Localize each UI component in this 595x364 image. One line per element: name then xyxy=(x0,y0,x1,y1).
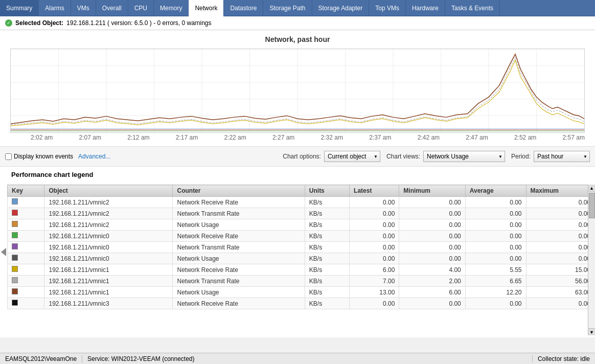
row-maximum: 56.00 xyxy=(526,276,594,287)
table-row: 192.168.1.211/vmnic1 Network Usage KB/s … xyxy=(8,287,595,298)
row-units: KB/s xyxy=(305,242,349,253)
row-counter: Network Receive Rate xyxy=(173,197,305,208)
col-units: Units xyxy=(305,185,349,197)
row-latest: 0.00 xyxy=(350,197,399,208)
display-events-checkbox[interactable]: Display known events xyxy=(5,153,73,160)
nav-tab-summary[interactable]: Summary xyxy=(0,0,39,16)
color-swatch xyxy=(12,277,18,283)
chart-options-dropdown[interactable]: Current object xyxy=(324,151,380,162)
row-minimum: 0.00 xyxy=(399,197,465,208)
row-latest: 0.00 xyxy=(350,242,399,253)
row-units: KB/s xyxy=(305,231,349,242)
row-average: 0.00 xyxy=(465,231,526,242)
status-icon: ✓ xyxy=(5,19,12,27)
row-minimum: 0.00 xyxy=(399,208,465,219)
chart-canvas xyxy=(10,49,585,133)
chart-section: Network, past hour 80 60 40 20 0 xyxy=(0,30,595,146)
row-key xyxy=(8,197,44,208)
col-maximum: Maximum xyxy=(526,185,594,197)
color-swatch xyxy=(12,288,18,294)
row-counter: Network Receive Rate xyxy=(173,298,305,309)
row-units: KB/s xyxy=(305,197,349,208)
nav-tab-top-vms[interactable]: Top VMs xyxy=(369,0,406,16)
row-latest: 13.00 xyxy=(350,287,399,298)
row-key xyxy=(8,231,44,242)
nav-tab-tasks-&-events[interactable]: Tasks & Events xyxy=(445,0,500,16)
scroll-down-button[interactable]: ▼ xyxy=(588,328,595,335)
row-object: 192.168.1.211/vmnic1 xyxy=(44,264,173,276)
nav-tab-alarms[interactable]: Alarms xyxy=(39,0,71,16)
row-object: 192.168.1.211/vmnic1 xyxy=(44,287,173,298)
nav-tab-datastore[interactable]: Datastore xyxy=(224,0,263,16)
row-counter: Network Transmit Rate xyxy=(173,276,305,287)
nav-tab-storage-adapter[interactable]: Storage Adapter xyxy=(312,0,370,16)
nav-tab-vms[interactable]: VMs xyxy=(71,0,96,16)
table-row: 192.168.1.211/vmnic3 Network Receive Rat… xyxy=(8,298,595,309)
controls-right: Chart options: Current object Chart view… xyxy=(283,151,590,162)
col-counter: Counter xyxy=(173,185,305,197)
row-counter: Network Receive Rate xyxy=(173,231,305,242)
scroll-thumb[interactable] xyxy=(589,193,595,218)
row-average: 0.00 xyxy=(465,242,526,253)
table-row: 192.168.1.211/vmnic1 Network Transmit Ra… xyxy=(8,276,595,287)
row-maximum: 0.00 xyxy=(526,242,594,253)
chart-options-group: Chart options: Current object xyxy=(283,151,380,162)
row-counter: Network Receive Rate xyxy=(173,264,305,276)
row-maximum: 0.00 xyxy=(526,231,594,242)
chart-views-dropdown[interactable]: Network Usage xyxy=(423,151,505,162)
nav-tab-hardware[interactable]: Hardware xyxy=(406,0,445,16)
row-average: 0.00 xyxy=(465,253,526,264)
row-latest: 0.00 xyxy=(350,219,399,231)
legend-table: Key Object Counter Units Latest Minimum … xyxy=(7,185,595,309)
row-latest: 0.00 xyxy=(350,298,399,309)
advanced-link[interactable]: Advanced... xyxy=(78,153,110,160)
row-average: 0.00 xyxy=(465,208,526,219)
period-dropdown[interactable]: Past hour xyxy=(534,151,590,162)
scrollbar: ▲ ▼ xyxy=(588,185,595,335)
nav-tab-cpu[interactable]: CPU xyxy=(128,0,154,16)
col-minimum: Minimum xyxy=(399,185,465,197)
nav-tab-network[interactable]: Network xyxy=(189,0,224,16)
bottom-status: EAMSQL2012\VeeamOne Service: WIN2012-VEE… xyxy=(0,353,595,364)
table-row: 192.168.1.211/vmnic0 Network Transmit Ra… xyxy=(8,242,595,253)
row-maximum: 0.00 xyxy=(526,197,594,208)
row-maximum: 0.00 xyxy=(526,253,594,264)
row-minimum: 0.00 xyxy=(399,298,465,309)
row-latest: 0.00 xyxy=(350,231,399,242)
row-latest: 7.00 xyxy=(350,276,399,287)
nav-tab-memory[interactable]: Memory xyxy=(154,0,189,16)
row-units: KB/s xyxy=(305,253,349,264)
row-maximum: 0.00 xyxy=(526,208,594,219)
color-swatch xyxy=(12,232,18,238)
col-key: Key xyxy=(8,185,44,197)
left-arrow-button[interactable] xyxy=(0,248,7,256)
legend-title: Performance chart legend xyxy=(7,169,595,180)
row-key xyxy=(8,264,44,276)
row-key xyxy=(8,298,44,309)
period-group: Period: Past hour xyxy=(511,151,590,162)
row-units: KB/s xyxy=(305,287,349,298)
nav-tab-overall[interactable]: Overall xyxy=(96,0,128,16)
row-object: 192.168.1.211/vmnic0 xyxy=(44,231,173,242)
scroll-up-button[interactable]: ▲ xyxy=(588,185,595,192)
row-key xyxy=(8,242,44,253)
nav-tab-storage-path[interactable]: Storage Path xyxy=(263,0,312,16)
row-units: KB/s xyxy=(305,264,349,276)
bottom-middle: Service: WIN2012-VEEAM (connected) xyxy=(82,355,532,362)
row-object: 192.168.1.211/vmnic2 xyxy=(44,197,173,208)
main-content: Network, past hour 80 60 40 20 0 xyxy=(0,30,595,337)
status-info: 192.168.1.211 ( version: 6.5.0 ) - 0 err… xyxy=(66,19,211,27)
row-units: KB/s xyxy=(305,298,349,309)
col-object: Object xyxy=(44,185,173,197)
bottom-right: Collector state: idle xyxy=(532,355,595,362)
row-maximum: 0.00 xyxy=(526,298,594,309)
color-swatch xyxy=(12,243,18,249)
row-units: KB/s xyxy=(305,276,349,287)
color-swatch xyxy=(12,198,18,204)
table-wrapper: Key Object Counter Units Latest Minimum … xyxy=(7,185,595,335)
events-checkbox-input[interactable] xyxy=(5,153,12,160)
row-object: 192.168.1.211/vmnic0 xyxy=(44,242,173,253)
row-average: 0.00 xyxy=(465,219,526,231)
row-average: 5.55 xyxy=(465,264,526,276)
status-bar: ✓ Selected Object: 192.168.1.211 ( versi… xyxy=(0,16,595,30)
